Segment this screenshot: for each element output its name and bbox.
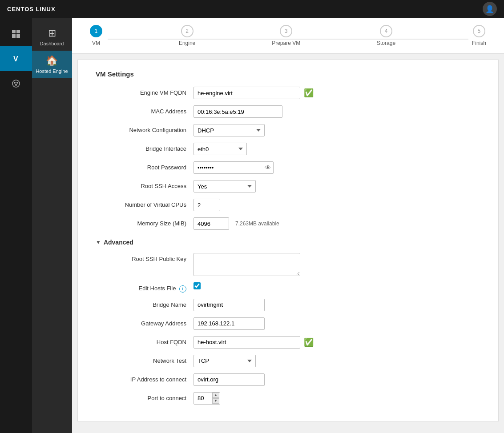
control-edit-hosts-file	[194, 282, 201, 289]
step-5-label: Finish	[472, 40, 486, 46]
password-toggle-icon[interactable]: 👁	[265, 164, 271, 171]
svg-point-8	[15, 84, 17, 86]
host-fqdn-valid-icon: ✅	[304, 337, 314, 347]
icon-bar: V	[0, 18, 32, 433]
iconbar-item-palette[interactable]	[0, 71, 32, 96]
row-port: Port to connect ▲ ▼	[96, 392, 480, 405]
control-ip-address	[194, 373, 265, 386]
step-5: 5 Finish	[472, 25, 486, 46]
label-ssh-public-key: Root SSH Public Key	[96, 253, 194, 262]
row-mac-address: MAC Address	[96, 105, 480, 118]
control-num-vcpus	[194, 199, 220, 211]
step-1-circle[interactable]: 1	[90, 25, 102, 37]
step-3-circle[interactable]: 3	[280, 25, 292, 37]
control-root-ssh-access: Yes No	[194, 180, 256, 192]
label-root-ssh-access: Root SSH Access	[96, 180, 194, 189]
host-fqdn-input[interactable]	[194, 336, 300, 349]
iconbar-item-v[interactable]: V	[0, 46, 32, 71]
root-password-input[interactable]	[194, 161, 274, 174]
row-gateway-address: Gateway Address	[96, 317, 480, 330]
bridge-interface-select[interactable]: eth0 eth1	[194, 143, 247, 155]
control-gateway-address	[194, 317, 265, 330]
iconbar-item-grid[interactable]	[0, 21, 32, 46]
user-avatar[interactable]: 👤	[483, 2, 497, 16]
row-edit-hosts-file: Edit Hosts File i	[96, 282, 480, 293]
control-network-config: DHCP Static	[194, 124, 265, 136]
label-root-password: Root Password	[96, 161, 194, 171]
svg-rect-1	[16, 30, 20, 33]
network-test-select[interactable]: TCP Ping None	[194, 355, 256, 367]
edit-hosts-info-icon[interactable]: i	[179, 285, 186, 293]
edit-hosts-checkbox[interactable]	[194, 282, 201, 289]
control-port: ▲ ▼	[194, 392, 220, 405]
row-ssh-public-key: Root SSH Public Key	[96, 253, 480, 276]
root-ssh-access-select[interactable]: Yes No	[194, 180, 256, 192]
app-layout: V ⊞ Dashboard 🏠 Hosted Engine 1 VM	[0, 18, 504, 433]
control-ssh-public-key	[194, 253, 300, 276]
label-engine-vm-fqdn: Engine VM FQDN	[96, 87, 194, 96]
row-engine-vm-fqdn: Engine VM FQDN ✅	[96, 87, 480, 99]
memory-available-text: 7,263MB available	[235, 221, 279, 227]
label-bridge-interface: Bridge Interface	[96, 143, 194, 152]
svg-text:V: V	[13, 55, 18, 63]
control-bridge-name	[194, 299, 265, 311]
password-input-wrap: 👁	[194, 161, 274, 174]
ssh-public-key-textarea[interactable]	[194, 253, 300, 276]
main-content: 1 VM 2 Engine 3 Prepare VM 4 Stor	[72, 18, 504, 433]
step-2-circle[interactable]: 2	[181, 25, 194, 37]
row-ip-address: IP Address to connect	[96, 373, 480, 386]
row-network-config: Network Configuration DHCP Static	[96, 124, 480, 136]
row-bridge-interface: Bridge Interface eth0 eth1	[96, 143, 480, 155]
num-vcpus-input[interactable]	[194, 199, 220, 211]
fqdn-valid-icon: ✅	[304, 88, 314, 98]
row-num-vcpus: Number of Virtual CPUs	[96, 199, 480, 211]
step-4: 4 Storage	[377, 25, 395, 46]
control-engine-vm-fqdn: ✅	[194, 87, 314, 99]
step-4-circle[interactable]: 4	[380, 25, 392, 37]
label-edit-hosts-file: Edit Hosts File i	[96, 282, 194, 293]
label-network-test: Network Test	[96, 355, 194, 364]
advanced-chevron-icon[interactable]: ▼	[96, 239, 101, 245]
step-2: 2 Engine	[179, 25, 195, 46]
network-config-select[interactable]: DHCP Static	[194, 124, 265, 136]
sidebar: ⊞ Dashboard 🏠 Hosted Engine	[32, 18, 72, 433]
svg-rect-0	[12, 30, 16, 33]
port-decrement-button[interactable]: ▼	[212, 398, 219, 404]
control-root-password: 👁	[194, 161, 274, 174]
label-mac-address: MAC Address	[96, 105, 194, 115]
port-input-wrap: ▲ ▼	[194, 392, 220, 405]
bridge-name-input[interactable]	[194, 299, 265, 311]
label-host-fqdn: Host FQDN	[96, 336, 194, 345]
step-2-label: Engine	[179, 40, 195, 46]
sidebar-item-hosted-engine[interactable]: 🏠 Hosted Engine	[32, 51, 72, 78]
label-ip-address: IP Address to connect	[96, 373, 194, 383]
control-memory-size: 7,263MB available	[194, 217, 279, 230]
sidebar-item-dashboard[interactable]: ⊞ Dashboard	[32, 23, 72, 51]
row-bridge-name: Bridge Name	[96, 299, 480, 311]
label-network-config: Network Configuration	[96, 124, 194, 133]
wizard-steps: 1 VM 2 Engine 3 Prepare VM 4 Stor	[72, 18, 504, 54]
memory-size-input[interactable]	[194, 217, 229, 230]
vm-settings-title: VM Settings	[96, 70, 480, 78]
control-network-test: TCP Ping None	[194, 355, 256, 367]
step-3: 3 Prepare VM	[272, 25, 300, 46]
step-3-label: Prepare VM	[272, 40, 300, 46]
label-num-vcpus: Number of Virtual CPUs	[96, 199, 194, 208]
row-root-password: Root Password 👁	[96, 161, 480, 174]
svg-rect-3	[16, 34, 20, 38]
ip-address-input[interactable]	[194, 373, 265, 386]
port-increment-button[interactable]: ▲	[212, 393, 219, 398]
label-gateway-address: Gateway Address	[96, 317, 194, 327]
engine-vm-fqdn-input[interactable]	[194, 87, 300, 99]
svg-point-6	[14, 82, 16, 84]
user-icon: 👤	[485, 5, 495, 13]
sidebar-item-hosted-engine-label: Hosted Engine	[36, 68, 68, 74]
row-host-fqdn: Host FQDN ✅	[96, 336, 480, 349]
gateway-address-input[interactable]	[194, 317, 265, 330]
control-mac-address	[194, 105, 282, 118]
hosted-engine-icon: 🏠	[46, 55, 58, 67]
step-5-circle[interactable]: 5	[473, 25, 485, 37]
sidebar-item-dashboard-label: Dashboard	[40, 41, 64, 46]
svg-point-5	[12, 80, 20, 87]
mac-address-input[interactable]	[194, 105, 282, 118]
